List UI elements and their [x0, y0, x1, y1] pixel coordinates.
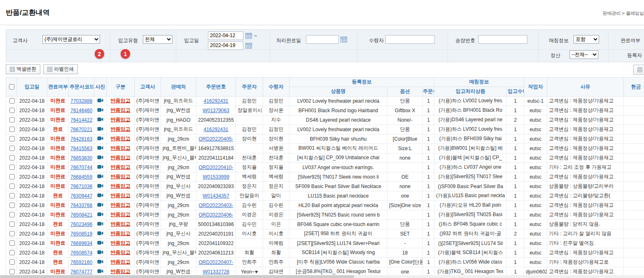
orderno-link[interactable]: 2022041109322	[198, 240, 234, 246]
video-camera-icon[interactable]	[97, 269, 103, 273]
category-link[interactable]: 반품입고	[111, 212, 131, 217]
ordercode-link[interactable]: 76414422	[70, 117, 92, 123]
video-camera-icon[interactable]	[97, 98, 103, 103]
ordercode-link[interactable]: 76670744	[70, 165, 92, 170]
video-camera-icon[interactable]	[97, 146, 103, 150]
label-print-button[interactable]: 라벨인쇄	[43, 64, 78, 74]
orderno-link[interactable]: 416292431	[203, 98, 228, 104]
video-camera-icon[interactable]	[97, 240, 103, 245]
video-camera-icon[interactable]	[97, 155, 103, 160]
video-camera-icon[interactable]	[97, 117, 103, 122]
orderno-link[interactable]: 416292431	[203, 127, 228, 132]
category-link[interactable]: 반품입고	[111, 155, 131, 160]
video-camera-icon[interactable]	[97, 108, 103, 112]
complete-date-input[interactable]	[306, 35, 339, 44]
select-all-checkbox[interactable]	[9, 84, 14, 90]
receive-date-from-input[interactable]	[208, 31, 243, 40]
col-match-product[interactable]: 입고처리상품	[434, 87, 507, 96]
col-receiver[interactable]: 수령자	[263, 77, 289, 96]
ordercode-link[interactable]: 76508519	[70, 231, 92, 237]
col-photo[interactable]: 사진	[94, 77, 107, 96]
video-camera-icon[interactable]	[97, 165, 103, 169]
category-link[interactable]: 반품입고	[111, 183, 131, 189]
row-checkbox[interactable]	[9, 184, 15, 189]
row-checkbox[interactable]	[9, 136, 15, 141]
row-checkbox[interactable]	[9, 250, 15, 255]
row-checkbox[interactable]	[9, 174, 15, 179]
orderno-link[interactable]: 2022040611213	[198, 250, 234, 256]
ordercode-link[interactable]: 76428163	[70, 136, 92, 142]
ordercode-link[interactable]: 76074777	[70, 269, 92, 275]
col-orderno[interactable]: 주문번호	[196, 77, 236, 96]
orderno-link[interactable]: W01379063	[203, 108, 229, 113]
video-camera-icon[interactable]	[97, 212, 103, 217]
row-checkbox[interactable]	[9, 127, 15, 132]
ordercode-link[interactable]: 77032888	[70, 98, 92, 104]
ordercode-link[interactable]: 76433766	[70, 203, 92, 208]
category-link[interactable]: 반품입고	[111, 126, 131, 132]
category-link[interactable]: 반품입고	[111, 98, 131, 104]
ordercode-link[interactable]: 76309447	[70, 193, 92, 199]
settlement-select[interactable]: --전체--	[569, 50, 598, 59]
horizontal-scrollbar[interactable]	[0, 275, 644, 278]
row-checkbox[interactable]	[9, 231, 15, 236]
calendar-icon[interactable]	[245, 42, 252, 49]
orderno-link[interactable]: 2204052312355	[198, 117, 234, 123]
video-camera-icon[interactable]	[97, 136, 103, 141]
col-product[interactable]: 상품명	[289, 87, 387, 96]
col-indate[interactable]: 입고일	[17, 77, 47, 96]
row-checkbox[interactable]	[9, 155, 15, 160]
receive-type-select[interactable]: 전체	[143, 35, 173, 44]
col-ordercode[interactable]: 주문서코드	[69, 77, 94, 96]
ordercode-link[interactable]: 76684559	[70, 174, 92, 180]
video-camera-icon[interactable]	[97, 203, 103, 207]
ordercode-link[interactable]: 76670221	[70, 127, 92, 132]
row-checkbox[interactable]	[9, 212, 15, 217]
category-link[interactable]: 반품입고	[111, 164, 131, 170]
orderno-link[interactable]: ORD20220407-	[198, 259, 233, 265]
row-checkbox[interactable]	[9, 98, 15, 104]
video-camera-icon[interactable]	[97, 127, 103, 131]
ordercode-link[interactable]: 76671036	[70, 184, 92, 189]
ordercode-link[interactable]: 76023496	[70, 221, 92, 227]
row-checkbox[interactable]	[9, 269, 15, 274]
row-checkbox[interactable]	[9, 259, 15, 265]
category-link[interactable]: 반품입고	[111, 117, 131, 123]
ordercode-link[interactable]: 76508421	[70, 212, 92, 218]
orderno-link[interactable]: W01434357	[203, 193, 229, 199]
col-worker[interactable]: 작업자	[524, 77, 547, 96]
ordercode-link[interactable]: 76415563	[70, 146, 92, 151]
orderno-link[interactable]: 2022041114184	[198, 155, 233, 161]
orderno-link[interactable]: ORD20220410-	[198, 165, 233, 170]
col-reason[interactable]: 사유	[547, 77, 624, 96]
orderno-link[interactable]: 2022040923283	[198, 184, 234, 189]
row-checkbox[interactable]	[9, 165, 15, 170]
col-in-qty[interactable]: 입고수량	[507, 87, 524, 96]
orderno-link[interactable]: ORD20220405-	[198, 136, 233, 142]
row-checkbox[interactable]	[9, 203, 15, 208]
orderno-link[interactable]: 1649127638915	[198, 146, 234, 151]
col-seller[interactable]: 판매처	[161, 77, 196, 96]
row-checkbox[interactable]	[9, 221, 15, 227]
category-link[interactable]: 반품입고	[111, 221, 131, 227]
video-camera-icon[interactable]	[97, 193, 103, 198]
ordercode-link[interactable]: 76146460	[70, 108, 92, 113]
category-link[interactable]: 반품입고	[111, 259, 131, 265]
col-category[interactable]: 구분	[107, 77, 135, 96]
col-complete[interactable]: 완료여부	[47, 77, 69, 96]
receiver-input[interactable]	[385, 35, 435, 44]
category-link[interactable]: 반품입고	[111, 193, 131, 198]
scrollbar-thumb[interactable]	[0, 275, 354, 278]
video-camera-icon[interactable]	[97, 174, 103, 179]
col-cash[interactable]: 현금	[624, 77, 644, 96]
row-checkbox[interactable]	[9, 240, 15, 246]
col-orderer[interactable]: 주문자	[236, 77, 263, 96]
row-checkbox[interactable]	[9, 146, 15, 151]
category-link[interactable]: 반품입고	[111, 240, 131, 246]
ordercode-link[interactable]: 76689834	[70, 240, 92, 246]
category-link[interactable]: 반품입고	[111, 250, 131, 255]
video-camera-icon[interactable]	[97, 221, 103, 226]
category-link[interactable]: 반품입고	[111, 269, 131, 274]
video-camera-icon[interactable]	[97, 184, 103, 188]
orderno-link[interactable]: 2022040201191	[198, 231, 234, 237]
